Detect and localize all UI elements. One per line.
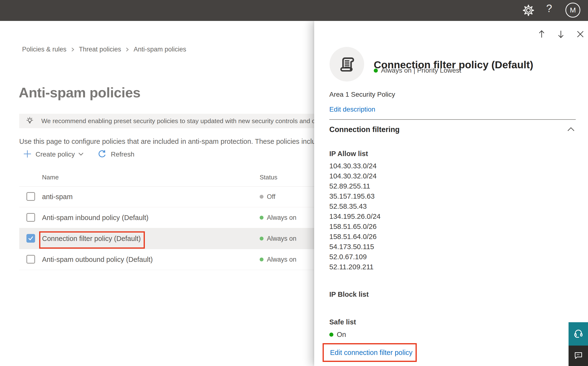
ip-entry: 35.157.195.63 [329, 191, 381, 201]
refresh-icon [97, 149, 107, 160]
chevron-up-icon[interactable] [566, 126, 576, 133]
ip-entry: 104.30.32.0/24 [329, 171, 381, 181]
chevron-right-icon [70, 47, 75, 53]
feedback-button[interactable] [569, 346, 588, 366]
settings-gear-icon[interactable] [523, 5, 534, 17]
screen: ? M Policies & rules Threat policies Ant… [0, 0, 588, 366]
status-dot [260, 258, 264, 261]
ip-entry: 158.51.64.0/26 [329, 232, 381, 242]
status-dot [260, 237, 264, 240]
section-connection-filtering: Connection filtering [329, 125, 576, 134]
safe-list-label: Safe list [329, 318, 356, 326]
ip-entry: 158.51.65.0/26 [329, 221, 381, 232]
close-icon[interactable] [575, 29, 586, 40]
ip-entry: 134.195.26.0/24 [329, 211, 381, 221]
ip-block-list-label: IP Block list [329, 290, 369, 298]
ip-entry: 52.89.255.11 [329, 181, 381, 191]
chevron-right-icon [125, 47, 130, 53]
edit-connection-filter-policy-link[interactable]: Edit connection filter policy [330, 349, 412, 357]
create-policy-label: Create policy [36, 151, 75, 158]
status-dot [329, 333, 333, 337]
help-icon[interactable]: ? [546, 2, 552, 15]
ip-allow-list: 104.30.33.0/24 104.30.32.0/24 52.89.255.… [329, 161, 381, 272]
status-label: Always on [267, 214, 296, 221]
lightbulb-icon [25, 117, 34, 125]
create-policy-button[interactable]: Create policy [23, 150, 84, 159]
panel-status-label: Always on | Priority Lowest [381, 67, 461, 74]
status-dot [260, 216, 264, 220]
ip-entry: 54.173.50.115 [329, 242, 381, 252]
row-checkbox-checked[interactable] [26, 234, 35, 243]
status-badge: Always on [260, 228, 296, 249]
top-app-bar: ? M [0, 0, 588, 21]
policy-name[interactable]: anti-spam [42, 186, 73, 207]
page-title: Anti-spam policies [19, 84, 140, 100]
divider [329, 119, 576, 120]
status-dot [374, 69, 378, 73]
status-label: Always on [267, 256, 296, 263]
breadcrumb-threat-policies[interactable]: Threat policies [79, 46, 121, 53]
edit-description-link[interactable]: Edit description [329, 106, 375, 113]
column-header-status[interactable]: Status [260, 174, 277, 181]
policy-name[interactable]: Connection filter policy (Default) [42, 228, 141, 249]
annotation-rectangle: Edit connection filter policy [323, 343, 417, 362]
ip-entry: 52.0.67.109 [329, 252, 381, 262]
breadcrumb-policies-rules[interactable]: Policies & rules [22, 46, 66, 53]
panel-status: Always on | Priority Lowest [374, 67, 461, 74]
refresh-button[interactable]: Refresh [97, 149, 137, 160]
ip-entry: 52.11.209.211 [329, 262, 381, 272]
status-label: Always on [267, 235, 296, 242]
refresh-label: Refresh [111, 151, 134, 158]
column-header-name[interactable]: Name [42, 174, 59, 181]
breadcrumb: Policies & rules Threat policies Anti-sp… [22, 46, 186, 53]
policy-description: Area 1 Security Policy [329, 91, 395, 98]
status-badge: Off [260, 186, 276, 207]
ip-allow-list-label: IP Allow list [329, 150, 368, 158]
banner-text: We recommend enabling preset security po… [41, 117, 349, 125]
safe-list-status: On [329, 331, 346, 339]
safe-list-status-label: On [337, 331, 346, 339]
status-badge: Always on [260, 207, 296, 228]
status-dot [260, 195, 264, 199]
panel-nav [314, 21, 588, 45]
policy-name[interactable]: Anti-spam inbound policy (Default) [42, 207, 148, 228]
avatar[interactable]: M [566, 3, 580, 18]
policy-scroll-icon [330, 47, 364, 82]
details-flyout-panel: Connection filter policy (Default) Alway… [314, 21, 588, 366]
chevron-down-icon [78, 151, 84, 158]
topbar-icon-group: ? M [516, 0, 588, 21]
ip-entry: 104.30.33.0/24 [329, 161, 381, 171]
list-toolbar: Create policy Refresh [23, 149, 137, 160]
policy-name[interactable]: Anti-spam outbound policy (Default) [42, 249, 153, 270]
plus-icon [23, 150, 32, 159]
ip-entry: 52.58.35.43 [329, 201, 381, 211]
page-description: Use this page to configure policies that… [19, 137, 323, 145]
previous-item-arrow-up-icon[interactable] [536, 29, 547, 40]
headset-icon [573, 328, 584, 340]
next-item-arrow-down-icon[interactable] [556, 29, 566, 40]
support-button[interactable] [569, 322, 588, 346]
breadcrumb-anti-spam-policies[interactable]: Anti-spam policies [133, 46, 186, 53]
section-title: Connection filtering [329, 125, 400, 134]
row-checkbox[interactable] [26, 255, 35, 264]
row-checkbox[interactable] [26, 213, 35, 222]
status-label: Off [267, 193, 276, 201]
status-badge: Always on [260, 249, 296, 270]
feedback-chat-icon [573, 350, 583, 361]
row-checkbox[interactable] [26, 192, 35, 201]
